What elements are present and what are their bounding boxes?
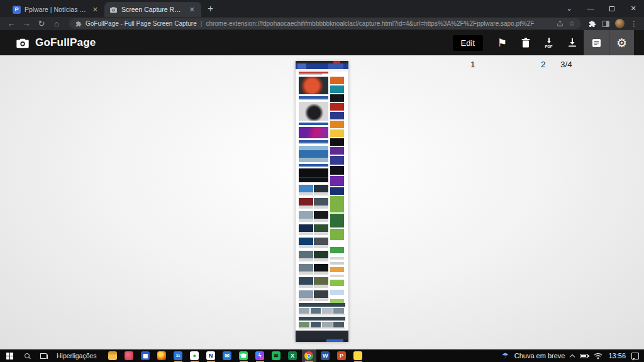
annotation-badge-2: 2 (541, 60, 546, 69)
chrome-icon[interactable] (302, 349, 316, 362)
file-explorer-icon[interactable] (106, 349, 120, 362)
annotation-badge-3: 3/4 (560, 60, 572, 69)
search-icon[interactable] (19, 353, 35, 358)
messenger-icon[interactable]: ϟ (253, 349, 267, 362)
tray-chevron-up-icon[interactable] (570, 354, 575, 359)
profile-avatar[interactable] (615, 19, 625, 28)
settings-gear-icon[interactable]: ⚙ (609, 30, 634, 55)
tab-title: Screen Capture Result (121, 6, 184, 13)
camera-icon (16, 38, 29, 48)
weather-umbrella-icon[interactable]: ☂ (502, 351, 509, 360)
share-icon[interactable] (557, 20, 564, 27)
powerpoint-icon[interactable]: P (335, 349, 349, 362)
windows-taskbar: Hiperligações ▦31●N✉☎ϟ≋XWP ☂ Chuva em br… (0, 349, 644, 362)
browser-tab-strip: P Pplware | Notícias de Tecnologia ✕ Scr… (0, 0, 644, 17)
forward-icon[interactable]: → (19, 17, 34, 30)
annotation-badge-1: 1 (470, 60, 475, 69)
tab-title: Pplware | Notícias de Tecnologia (25, 6, 87, 13)
captured-page-thumbnail[interactable] (296, 61, 348, 341)
spotify-icon[interactable]: ≋ (269, 349, 284, 362)
photos-icon[interactable] (122, 349, 136, 362)
tab-close-icon[interactable]: ✕ (91, 6, 99, 14)
page-url-text: chrome-extension://fdpohaocaechififmbbbb… (206, 20, 553, 27)
app-title: GoFullPage (35, 36, 96, 49)
clock[interactable]: 13:56 (608, 352, 626, 359)
files-list-icon[interactable] (584, 30, 609, 55)
extension-page-icon (75, 21, 82, 27)
battery-icon[interactable] (580, 354, 588, 358)
edit-button[interactable]: Edit (453, 35, 483, 51)
tab-pplware[interactable]: P Pplware | Notícias de Tecnologia ✕ (8, 2, 104, 17)
system-tray: ☂ Chuva em breve 13:56 (502, 351, 644, 360)
download-image-icon[interactable] (560, 30, 584, 55)
whatsapp-icon[interactable]: ☎ (236, 349, 251, 362)
captured-page-articles (299, 77, 328, 303)
tab-search-chevron-icon[interactable]: ⌄ (558, 0, 580, 17)
captured-page-footer (296, 303, 348, 342)
flag-icon[interactable]: ⚑ (491, 30, 514, 55)
captured-page-body (296, 77, 348, 303)
toolbar-right: ⋮ (586, 19, 640, 28)
capture-result-canvas: 1 2 3/4 (0, 55, 644, 349)
download-pdf-icon[interactable]: PDF (537, 30, 560, 55)
maximize-button[interactable] (601, 0, 623, 17)
page-title-text: GoFullPage - Full Page Screen Capture (86, 20, 197, 27)
start-button-icon[interactable] (0, 349, 19, 362)
window-controls: ⌄ — ✕ (558, 0, 644, 17)
word-icon[interactable]: W (318, 349, 333, 362)
browser-toolbar: ← → ↻ ⌂ GoFullPage - Full Page Screen Ca… (0, 17, 644, 30)
notion-icon[interactable]: N (204, 349, 218, 362)
firefox-icon[interactable] (155, 349, 169, 362)
delete-trash-icon[interactable] (514, 30, 537, 55)
side-panel-icon[interactable] (602, 21, 609, 27)
wifi-icon[interactable] (594, 353, 602, 359)
green-dot-app-icon[interactable]: ● (187, 349, 202, 362)
weather-text[interactable]: Chuva em breve (514, 352, 565, 359)
office-icon[interactable]: ▦ (138, 349, 153, 362)
gofullpage-header: GoFullPage Edit ⚑ PDF ⚙ (0, 30, 644, 55)
calendar-icon[interactable]: 31 (171, 349, 186, 362)
pplware-favicon: P (13, 6, 21, 14)
excel-icon[interactable]: X (286, 349, 300, 362)
omnibox-separator: | (201, 20, 203, 27)
notifications-icon[interactable] (631, 353, 639, 359)
address-bar[interactable]: GoFullPage - Full Page Screen Capture | … (69, 18, 581, 29)
gofullpage-actions: Edit ⚑ PDF ⚙ (453, 30, 644, 55)
captured-page-header (296, 61, 348, 77)
desktop: P Pplware | Notícias de Tecnologia ✕ Scr… (0, 0, 644, 362)
back-icon[interactable]: ← (4, 17, 19, 30)
new-tab-button[interactable]: + (208, 3, 213, 14)
tab-close-icon[interactable]: ✕ (188, 6, 196, 14)
minimize-button[interactable]: — (580, 0, 601, 17)
captured-page-sidebar (330, 77, 345, 303)
tab-screen-capture-result[interactable]: Screen Capture Result ✕ (104, 2, 201, 17)
bookmark-star-icon[interactable]: ☆ (569, 19, 575, 28)
sticky-notes-icon[interactable] (351, 349, 365, 362)
camera-favicon (109, 6, 118, 14)
mail-icon[interactable]: ✉ (220, 349, 235, 362)
browser-menu-icon[interactable]: ⋮ (630, 19, 638, 28)
links-toolbar-label[interactable]: Hiperligações (57, 352, 97, 359)
home-icon[interactable]: ⌂ (49, 17, 64, 30)
reload-icon[interactable]: ↻ (34, 17, 49, 30)
close-button[interactable]: ✕ (623, 0, 644, 17)
extensions-puzzle-icon[interactable] (589, 20, 596, 28)
taskbar-apps: ▦31●N✉☎ϟ≋XWP (106, 349, 365, 362)
task-view-icon[interactable] (35, 353, 52, 359)
